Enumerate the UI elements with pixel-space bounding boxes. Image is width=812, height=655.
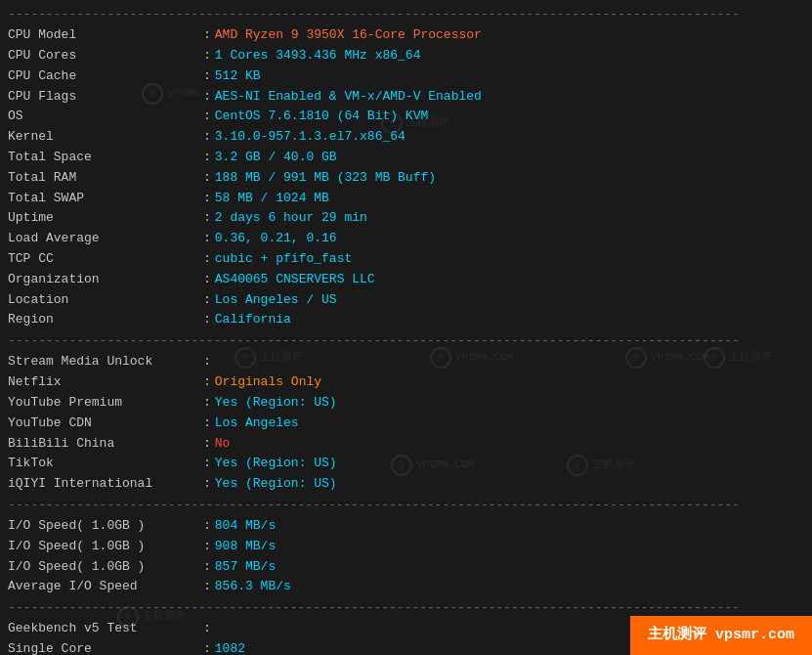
io-section: I/O Speed( 1.0GB ) : 804 MB/sI/O Speed( … <box>8 516 804 597</box>
row-colon: : <box>203 229 211 249</box>
row-value: Yes (Region: US) <box>215 474 337 495</box>
info-row: I/O Speed( 1.0GB ) : 908 MB/s <box>8 537 804 557</box>
row-colon: : <box>203 372 211 393</box>
row-colon: : <box>203 46 211 66</box>
row-value: 512 KB <box>215 66 261 87</box>
row-label: YouTube CDN <box>8 414 203 434</box>
row-value: 908 MB/s <box>215 537 276 557</box>
row-colon: : <box>203 310 211 330</box>
bottom-banner: 主机测评 vpsmr.com <box>630 616 812 655</box>
row-label: iQIYI International <box>8 474 203 495</box>
row-label: Organization <box>8 270 203 290</box>
divider-4: ----------------------------------------… <box>8 599 804 617</box>
row-label: Total Space <box>8 148 203 168</box>
divider-top: ----------------------------------------… <box>8 6 804 23</box>
info-row: YouTube Premium : Yes (Region: US) <box>8 393 804 414</box>
row-label: YouTube Premium <box>8 393 203 414</box>
geekbench-header-label: Geekbench v5 Test <box>8 619 203 639</box>
row-colon: : <box>203 434 211 455</box>
row-label: CPU Cache <box>8 66 203 87</box>
row-colon: : <box>203 414 211 434</box>
row-colon: : <box>203 87 211 108</box>
row-value: 3.10.0-957.1.3.el7.x86_64 <box>215 127 406 148</box>
stream-header-row: Stream Media Unlock : <box>8 352 804 372</box>
row-colon: : <box>203 148 211 168</box>
row-label: Netflix <box>8 372 203 393</box>
info-row: CPU Cache : 512 KB <box>8 66 804 87</box>
info-row: CPU Cores : 1 Cores 3493.436 MHz x86_64 <box>8 46 804 66</box>
info-row: CPU Model : AMD Ryzen 9 3950X 16-Core Pr… <box>8 25 804 46</box>
row-value: CentOS 7.6.1810 (64 Bit) KVM <box>215 107 428 127</box>
info-row: I/O Speed( 1.0GB ) : 804 MB/s <box>8 516 804 537</box>
row-colon: : <box>203 537 211 557</box>
row-colon: : <box>203 577 211 597</box>
info-row: BiliBili China : No <box>8 434 804 455</box>
row-value: AS40065 CNSERVERS LLC <box>215 270 375 290</box>
row-label: Location <box>8 290 203 311</box>
row-value: Los Angeles <box>215 414 299 434</box>
info-row: Location : Los Angeles / US <box>8 290 804 311</box>
row-colon: : <box>203 639 211 655</box>
divider-3: ----------------------------------------… <box>8 497 804 514</box>
info-row: Total RAM : 188 MB / 991 MB (323 MB Buff… <box>8 168 804 189</box>
row-colon: : <box>203 270 211 290</box>
row-value: California <box>215 310 291 330</box>
row-colon: : <box>203 66 211 87</box>
stream-header-label: Stream Media Unlock <box>8 352 203 372</box>
row-value: Originals Only <box>215 372 321 393</box>
row-value: 804 MB/s <box>215 516 276 537</box>
row-colon: : <box>203 127 211 148</box>
row-value: 1082 <box>215 639 245 655</box>
info-row: Netflix : Originals Only <box>8 372 804 393</box>
row-label: BiliBili China <box>8 434 203 455</box>
row-label: Total SWAP <box>8 189 203 209</box>
row-label: Average I/O Speed <box>8 577 203 597</box>
info-row: YouTube CDN : Los Angeles <box>8 414 804 434</box>
info-row: I/O Speed( 1.0GB ) : 857 MB/s <box>8 557 804 578</box>
info-row: TCP CC : cubic + pfifo_fast <box>8 249 804 270</box>
stream-section: Stream Media Unlock : Netflix : Original… <box>8 352 804 495</box>
info-row: iQIYI International : Yes (Region: US) <box>8 474 804 495</box>
row-colon: : <box>203 107 211 127</box>
info-row: TikTok : Yes (Region: US) <box>8 454 804 474</box>
row-value: Los Angeles / US <box>215 290 337 311</box>
row-label: Region <box>8 310 203 330</box>
row-label: Single Core <box>8 639 203 655</box>
row-value: 0.36, 0.21, 0.16 <box>215 229 337 249</box>
info-row: Region : California <box>8 310 804 330</box>
row-value: 58 MB / 1024 MB <box>215 189 329 209</box>
row-value: Yes (Region: US) <box>215 393 337 414</box>
row-label: TikTok <box>8 454 203 474</box>
info-row: Total SWAP : 58 MB / 1024 MB <box>8 189 804 209</box>
divider-2: ----------------------------------------… <box>8 332 804 350</box>
row-colon: : <box>203 474 211 495</box>
row-colon: : <box>203 290 211 311</box>
row-colon: : <box>203 557 211 578</box>
row-label: OS <box>8 107 203 127</box>
row-value: AES-NI Enabled & VM-x/AMD-V Enabled <box>215 87 482 108</box>
info-row: Average I/O Speed : 856.3 MB/s <box>8 577 804 597</box>
row-colon: : <box>203 249 211 270</box>
row-colon: : <box>203 454 211 474</box>
row-colon: : <box>203 516 211 537</box>
row-value: 188 MB / 991 MB (323 MB Buff) <box>215 168 436 189</box>
row-label: I/O Speed( 1.0GB ) <box>8 516 203 537</box>
info-row: OS : CentOS 7.6.1810 (64 Bit) KVM <box>8 107 804 127</box>
info-row: Total Space : 3.2 GB / 40.0 GB <box>8 148 804 168</box>
row-value: Yes (Region: US) <box>215 454 337 474</box>
row-value: AMD Ryzen 9 3950X 16-Core Processor <box>215 25 482 46</box>
row-label: Kernel <box>8 127 203 148</box>
row-value: 1 Cores 3493.436 MHz x86_64 <box>215 46 421 66</box>
row-value: 2 days 6 hour 29 min <box>215 208 367 229</box>
row-label: Load Average <box>8 229 203 249</box>
row-value: No <box>215 434 231 455</box>
info-row: CPU Flags : AES-NI Enabled & VM-x/AMD-V … <box>8 87 804 108</box>
info-row: Load Average : 0.36, 0.21, 0.16 <box>8 229 804 249</box>
terminal: ----------------------------------------… <box>0 0 812 655</box>
row-label: Total RAM <box>8 168 203 189</box>
info-row: Organization : AS40065 CNSERVERS LLC <box>8 270 804 290</box>
row-colon: : <box>203 393 211 414</box>
row-label: CPU Model <box>8 25 203 46</box>
row-value: 856.3 MB/s <box>215 577 291 597</box>
row-colon: : <box>203 189 211 209</box>
